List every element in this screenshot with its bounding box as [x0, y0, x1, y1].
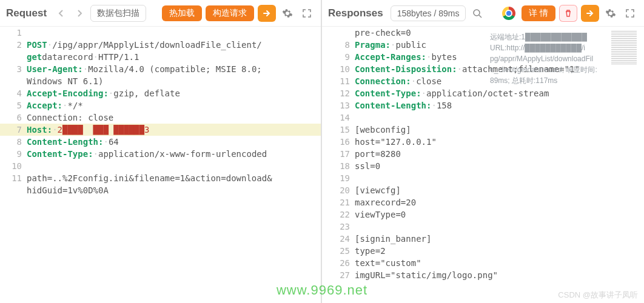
- response-editor[interactable]: pre-check=08Pragma:·public9Accept-Ranges…: [322, 27, 644, 303]
- code-line: 11path=..%2Fconfig.ini&filename=1&action…: [0, 172, 321, 184]
- line-number: [322, 27, 355, 39]
- response-title: Responses: [328, 7, 383, 19]
- code-line: 7Host:·2████ ███ ██████3: [0, 124, 321, 136]
- line-number: 7: [0, 124, 27, 136]
- code-line: 18ssl=0: [322, 160, 644, 172]
- line-number: 4: [0, 87, 27, 99]
- line-number: 10: [322, 63, 355, 75]
- line-number: 24: [322, 233, 355, 245]
- line-number: 27: [322, 269, 355, 281]
- line-number: 9: [0, 148, 27, 160]
- code-line: 26text="custom": [322, 257, 644, 269]
- code-line: 9Content-Type:·application/x-www-form-ur…: [0, 148, 321, 160]
- scan-packet-input[interactable]: 数据包扫描: [90, 5, 146, 22]
- line-number: 20: [322, 184, 355, 196]
- line-number: 14: [322, 112, 355, 124]
- code-line: 6Connection: close: [0, 112, 321, 124]
- code-line: 5Accept:·*/*: [0, 99, 321, 112]
- line-number: 3: [0, 63, 27, 75]
- line-number: 26: [322, 257, 355, 269]
- line-number: 10: [0, 160, 27, 172]
- line-number: 8: [0, 136, 27, 148]
- resend-button[interactable]: [581, 5, 599, 22]
- build-request-button[interactable]: 构造请求: [206, 5, 254, 21]
- svg-point-0: [474, 10, 480, 16]
- line-number: 21: [322, 196, 355, 208]
- line-number: 1: [0, 27, 27, 39]
- nav-prev-icon[interactable]: [54, 6, 69, 21]
- code-line: 16host="127.0.0.1": [322, 136, 644, 148]
- code-line: 27imgURL="static/img/logo.png": [322, 269, 644, 281]
- line-number: 17: [322, 148, 355, 160]
- nav-next-icon[interactable]: [72, 6, 87, 21]
- line-number: 22: [322, 208, 355, 221]
- code-line: 19: [322, 172, 644, 184]
- line-number: 13: [322, 99, 355, 112]
- hot-reload-button[interactable]: 热加载: [162, 5, 202, 21]
- code-line: getdatarecord·HTTP/1.1: [0, 51, 321, 63]
- line-number: 16: [322, 136, 355, 148]
- code-line: 11Connection:·close: [322, 75, 644, 87]
- code-line: pre-check=0: [322, 27, 644, 39]
- line-number: 25: [322, 245, 355, 257]
- code-line: 22viewType=0: [322, 208, 644, 221]
- line-number: 8: [322, 39, 355, 51]
- code-line: 9Accept-Ranges:·bytes: [322, 51, 644, 63]
- request-toolbar: Request 数据包扫描 热加载 构造请求: [0, 0, 321, 27]
- line-number: 18: [322, 160, 355, 172]
- expand-icon[interactable]: [622, 5, 638, 21]
- code-line: 13Content-Length:·158: [322, 99, 644, 112]
- code-line: 14: [322, 112, 644, 124]
- code-line: 15[webconfig]: [322, 124, 644, 136]
- code-line: 21maxrecord=20: [322, 196, 644, 208]
- line-number: [0, 184, 27, 196]
- code-line: 2POST·/ipg/appr/MApplyList/downloadFile_…: [0, 39, 321, 51]
- line-number: 6: [0, 112, 27, 124]
- request-pane: Request 数据包扫描 热加载 构造请求 12POST·/ipg/appr/…: [0, 0, 322, 303]
- request-title: Request: [6, 7, 47, 19]
- code-line: 4Accept-Encoding:·gzip, deflate: [0, 87, 321, 99]
- code-line: 23: [322, 221, 644, 233]
- line-number: 5: [0, 99, 27, 112]
- code-line: 3User-Agent:·Mozilla/4.0 (compatible; MS…: [0, 63, 321, 75]
- code-line: 10: [0, 160, 321, 172]
- code-line: 20[viewcfg]: [322, 184, 644, 196]
- delete-button[interactable]: [559, 5, 577, 22]
- line-number: 19: [322, 172, 355, 184]
- settings-icon[interactable]: [603, 5, 619, 21]
- search-icon[interactable]: [469, 5, 485, 21]
- line-number: 15: [322, 124, 355, 136]
- line-number: 11: [0, 172, 27, 184]
- chrome-icon[interactable]: [502, 7, 515, 20]
- line-number: 12: [322, 87, 355, 99]
- code-line: 25type=2: [322, 245, 644, 257]
- code-line: 8Content-Length:·64: [0, 136, 321, 148]
- line-number: 9: [322, 51, 355, 63]
- code-line: hidGuid=1v%0D%0A: [0, 184, 321, 196]
- line-number: 23: [322, 221, 355, 233]
- code-line: 12Content-Type:·application/octet-stream: [322, 87, 644, 99]
- code-line: 8Pragma:·public: [322, 39, 644, 51]
- line-number: 2: [0, 39, 27, 51]
- settings-icon[interactable]: [280, 5, 295, 21]
- line-number: [0, 75, 27, 87]
- code-line: 1: [0, 27, 321, 39]
- response-pane: Responses 158bytes / 89ms 详 情 远端地址:1██: [322, 0, 644, 303]
- minimap[interactable]: [611, 30, 637, 64]
- code-line: 17port=8280: [322, 148, 644, 160]
- code-line: 10Content-Disposition:·attachment;filena…: [322, 63, 644, 75]
- request-editor[interactable]: 12POST·/ipg/appr/MApplyList/downloadFile…: [0, 27, 321, 303]
- line-number: 11: [322, 75, 355, 87]
- response-meta: 158bytes / 89ms: [391, 5, 466, 21]
- details-button[interactable]: 详 情: [522, 5, 555, 21]
- expand-icon[interactable]: [299, 5, 315, 21]
- code-line: 24[signin_banner]: [322, 233, 644, 245]
- response-toolbar: Responses 158bytes / 89ms 详 情: [322, 0, 644, 27]
- line-number: [0, 51, 27, 63]
- send-button[interactable]: [258, 5, 276, 22]
- code-line: Windows NT 6.1): [0, 75, 321, 87]
